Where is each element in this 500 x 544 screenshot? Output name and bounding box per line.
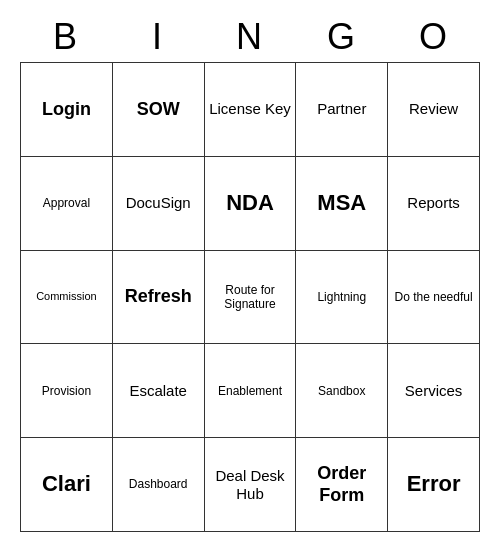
bingo-cell: Dashboard [113,438,205,532]
bingo-cell: Enablement [205,344,297,438]
bingo-cell: Clari [21,438,113,532]
cell-text: Clari [25,471,108,497]
cell-text: Partner [300,100,383,118]
cell-text: Dashboard [117,477,200,491]
header-letter: N [204,12,296,62]
cell-text: Services [392,382,475,400]
cell-text: Review [392,100,475,118]
bingo-cell: Escalate [113,344,205,438]
cell-text: SOW [117,99,200,121]
bingo-cell: Sandbox [296,344,388,438]
header-letter: B [20,12,112,62]
bingo-cell: Review [388,63,480,157]
cell-text: DocuSign [117,194,200,212]
cell-text: Lightning [300,290,383,304]
cell-text: Route for Signature [209,283,292,312]
bingo-cell: Lightning [296,251,388,345]
bingo-cell: Deal Desk Hub [205,438,297,532]
cell-text: Commission [25,290,108,303]
cell-text: Order Form [300,463,383,506]
bingo-cell: Services [388,344,480,438]
cell-text: Deal Desk Hub [209,467,292,503]
bingo-cell: Approval [21,157,113,251]
cell-text: Approval [25,196,108,210]
cell-text: Escalate [117,382,200,400]
cell-text: Login [25,99,108,121]
bingo-cell: License Key [205,63,297,157]
bingo-card: BINGO LoginSOWLicense KeyPartnerReviewAp… [20,12,480,532]
cell-text: NDA [209,190,292,216]
cell-text: Refresh [117,286,200,308]
bingo-cell: Route for Signature [205,251,297,345]
cell-text: License Key [209,100,292,118]
bingo-cell: Login [21,63,113,157]
header-letter: I [112,12,204,62]
bingo-cell: Error [388,438,480,532]
bingo-cell: MSA [296,157,388,251]
bingo-cell: NDA [205,157,297,251]
bingo-cell: Order Form [296,438,388,532]
bingo-cell: Reports [388,157,480,251]
bingo-cell: Commission [21,251,113,345]
header-letter: G [296,12,388,62]
cell-text: Do the needful [392,290,475,304]
bingo-cell: Do the needful [388,251,480,345]
bingo-cell: DocuSign [113,157,205,251]
bingo-cell: Provision [21,344,113,438]
cell-text: Error [392,471,475,497]
bingo-header: BINGO [20,12,480,62]
bingo-grid: LoginSOWLicense KeyPartnerReviewApproval… [20,62,480,532]
cell-text: MSA [300,190,383,216]
bingo-cell: SOW [113,63,205,157]
cell-text: Provision [25,384,108,398]
cell-text: Enablement [209,384,292,398]
bingo-cell: Partner [296,63,388,157]
bingo-cell: Refresh [113,251,205,345]
cell-text: Reports [392,194,475,212]
header-letter: O [388,12,480,62]
cell-text: Sandbox [300,384,383,398]
